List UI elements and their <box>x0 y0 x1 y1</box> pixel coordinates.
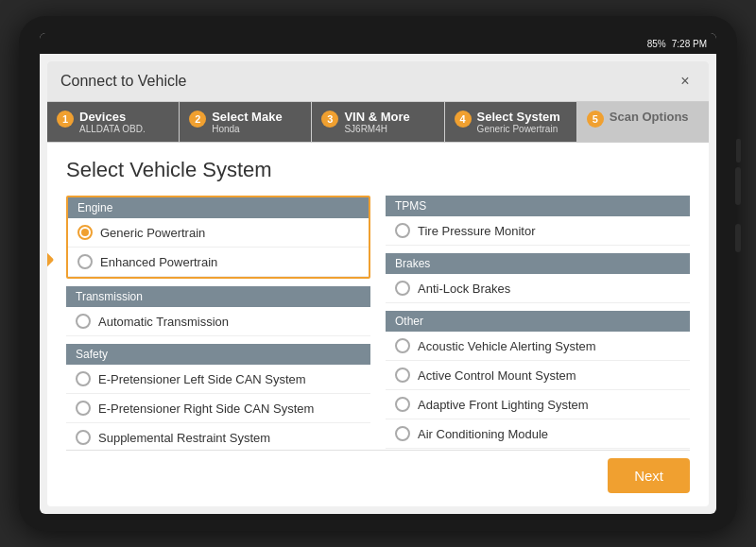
tire-pressure-label: Tire Pressure Monitor <box>418 224 536 238</box>
step-badge-1: 1 <box>57 111 74 128</box>
other-group: Other Acoustic Vehicle Alerting System A… <box>386 311 690 449</box>
systems-grid: Engine Generic Powertrain Enhanced Pow <box>66 196 690 450</box>
generic-powertrain-label: Generic Powertrain <box>100 226 205 240</box>
selection-arrow: ➜ <box>47 241 56 277</box>
step-label-devices: Devices <box>79 110 146 124</box>
step-sub-select-system: Generic Powertrain <box>477 124 560 134</box>
next-button[interactable]: Next <box>608 458 690 493</box>
air-conditioning-module-item[interactable]: Air Conditioning Module <box>386 419 690 449</box>
transmission-group-header: Transmission <box>66 286 370 307</box>
enhanced-powertrain-label: Enhanced Powertrain <box>100 255 217 269</box>
right-column: TPMS Tire Pressure Monitor Brakes <box>386 196 690 450</box>
automatic-transmission-label: Automatic Transmission <box>98 315 229 329</box>
transmission-group: Transmission Automatic Transmission <box>66 286 370 336</box>
step-vin-more[interactable]: 3 VIN & More SJ6RM4H <box>312 102 444 142</box>
page-title: Select Vehicle System <box>66 158 690 182</box>
step-select-system[interactable]: 4 Select System Generic Powertrain <box>445 102 577 142</box>
step-badge-5: 5 <box>587 111 604 128</box>
epretensioner-right-item[interactable]: E-Pretensioner Right Side CAN System <box>66 394 370 423</box>
acoustic-vehicle-label: Acoustic Vehicle Alerting System <box>418 339 596 353</box>
air-conditioning-module-label: Air Conditioning Module <box>418 427 548 441</box>
step-badge-3: 3 <box>321 111 338 128</box>
step-label-vin-more: VIN & More <box>344 110 409 124</box>
brakes-group-header: Brakes <box>386 253 690 274</box>
connect-dialog: Connect to Vehicle × 1 Devices ALLDATA O… <box>47 61 709 506</box>
radio-automatic-transmission <box>76 314 91 329</box>
dialog-header: Connect to Vehicle × <box>47 61 709 102</box>
radio-epretensioner-left <box>76 371 91 386</box>
engine-group: Engine Generic Powertrain Enhanced Pow <box>66 196 370 279</box>
active-control-mount-item[interactable]: Active Control Mount System <box>386 361 690 390</box>
step-devices[interactable]: 1 Devices ALLDATA OBD. <box>47 102 180 142</box>
radio-active-control-mount <box>395 368 410 383</box>
supplemental-restraint-label: Supplemental Restraint System <box>98 431 270 445</box>
close-button[interactable]: × <box>675 71 696 92</box>
steps-navigation: 1 Devices ALLDATA OBD. 2 Select Make Hon… <box>47 102 709 143</box>
active-control-mount-label: Active Control Mount System <box>418 368 576 383</box>
battery-status: 85% <box>647 39 666 49</box>
safety-group: Safety E-Pretensioner Left Side CAN Syst… <box>66 344 370 450</box>
tablet-screen: 85% 7:28 PM Connect to Vehicle × 1 Devic… <box>40 33 716 514</box>
radio-air-conditioning-module <box>395 426 410 441</box>
volume-button[interactable] <box>735 167 741 205</box>
brakes-group: Brakes Anti-Lock Brakes <box>386 253 690 303</box>
time-display: 7:28 PM <box>672 39 707 49</box>
generic-powertrain-item[interactable]: Generic Powertrain <box>68 218 369 248</box>
automatic-transmission-item[interactable]: Automatic Transmission <box>66 307 370 336</box>
status-bar: 85% 7:28 PM <box>40 33 716 54</box>
radio-inner <box>81 229 89 236</box>
adaptive-front-lighting-label: Adaptive Front Lighting System <box>418 398 589 412</box>
step-sub-vin-more: SJ6RM4H <box>344 124 409 134</box>
epretensioner-left-item[interactable]: E-Pretensioner Left Side CAN System <box>66 365 370 394</box>
left-column: Engine Generic Powertrain Enhanced Pow <box>66 196 370 450</box>
other-group-header: Other <box>386 311 690 332</box>
step-label-select-system: Select System <box>477 110 560 124</box>
step-sub-devices: ALLDATA OBD. <box>79 124 146 134</box>
step-sub-select-make: Honda <box>212 124 282 134</box>
radio-generic-powertrain <box>77 225 93 240</box>
epretensioner-right-label: E-Pretensioner Right Side CAN System <box>98 402 314 416</box>
main-content: ➜ Select Vehicle System Engine <box>47 143 709 506</box>
radio-tire-pressure <box>395 223 410 238</box>
anti-lock-brakes-item[interactable]: Anti-Lock Brakes <box>386 274 690 303</box>
step-badge-4: 4 <box>455 111 472 128</box>
acoustic-vehicle-item[interactable]: Acoustic Vehicle Alerting System <box>386 332 690 361</box>
radio-adaptive-front-lighting <box>395 397 410 412</box>
tpms-group: TPMS Tire Pressure Monitor <box>386 196 690 246</box>
dialog-title: Connect to Vehicle <box>60 73 186 90</box>
step-select-make[interactable]: 2 Select Make Honda <box>180 102 312 142</box>
bottom-bar: Next <box>66 450 690 497</box>
step-scan-options[interactable]: 5 Scan Options <box>577 102 709 142</box>
step-label-scan-options: Scan Options <box>610 110 689 124</box>
supplemental-restraint-item[interactable]: Supplemental Restraint System <box>66 423 370 450</box>
tire-pressure-monitor-item[interactable]: Tire Pressure Monitor <box>386 216 690 246</box>
adaptive-front-lighting-item[interactable]: Adaptive Front Lighting System <box>386 390 690 419</box>
home-button[interactable] <box>735 224 741 252</box>
tablet-frame: SAMSUNG 85% 7:28 PM Connect to Vehicle ×… <box>19 16 737 531</box>
step-label-select-make: Select Make <box>212 110 282 124</box>
radio-acoustic-vehicle <box>395 338 410 353</box>
anti-lock-brakes-label: Anti-Lock Brakes <box>418 282 510 296</box>
step-badge-2: 2 <box>189 111 206 128</box>
enhanced-powertrain-item[interactable]: Enhanced Powertrain <box>68 248 369 277</box>
safety-group-header: Safety <box>66 344 370 365</box>
radio-supplemental-restraint <box>76 430 91 445</box>
power-button[interactable] <box>736 139 741 162</box>
radio-epretensioner-right <box>76 401 91 416</box>
tpms-group-header: TPMS <box>386 196 690 216</box>
epretensioner-left-label: E-Pretensioner Left Side CAN System <box>98 372 306 386</box>
radio-anti-lock-brakes <box>395 281 410 296</box>
engine-group-header: Engine <box>68 197 369 218</box>
radio-enhanced-powertrain <box>77 254 93 269</box>
